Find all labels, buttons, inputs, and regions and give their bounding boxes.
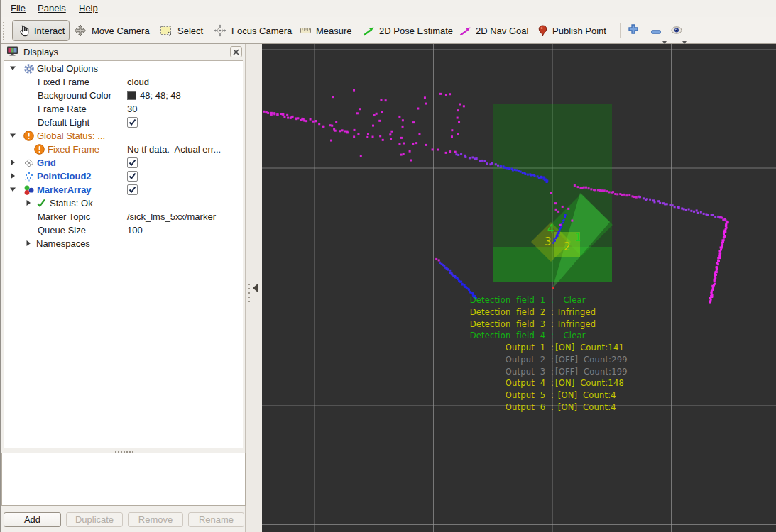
collapse-panel-arrow-icon[interactable]	[253, 282, 258, 295]
tool-label: Measure	[316, 26, 352, 36]
move-camera-icon	[74, 24, 87, 37]
expander-right-icon[interactable]	[9, 159, 16, 166]
menu-bar: FilePanelsHelp	[1, 0, 776, 17]
menu-help[interactable]: Help	[79, 3, 98, 13]
zoom-out-button[interactable]	[651, 24, 661, 37]
tool-label: 2D Pose Estimate	[379, 26, 453, 36]
tree-row-fixed-frame[interactable]: Fixed FrameNo tf data. Actual err...	[4, 143, 243, 156]
overlay-line: Detection field 1 : Clear	[262, 295, 776, 307]
detection-overlay: Detection field 1 : ClearDetection field…	[262, 295, 776, 414]
checkbox-checked[interactable]	[127, 171, 138, 182]
tree-row-markerarray[interactable]: MarkerArray	[4, 183, 243, 196]
rename-button[interactable]: Rename	[188, 512, 244, 527]
value-text: /sick_lms_5xx/marker	[127, 211, 216, 222]
checkbox-checked[interactable]	[127, 117, 138, 128]
value-text: cloud	[127, 77, 149, 87]
vertical-splitter[interactable]	[246, 44, 262, 532]
expander-down-icon[interactable]	[9, 65, 16, 72]
tree-value[interactable]	[127, 171, 138, 182]
tree-label: Grid	[37, 157, 56, 168]
toolbar-separator	[620, 23, 621, 38]
viewport-canvas[interactable]: 4312	[262, 44, 776, 532]
tree-row-default-light[interactable]: Default Light	[4, 116, 243, 129]
tree-value[interactable]	[127, 184, 138, 195]
tree-label: Fixed Frame	[48, 144, 99, 155]
tree-row-pointcloud2[interactable]: PointCloud2	[4, 170, 243, 183]
tree-label: Marker Topic	[38, 211, 90, 222]
tree-value[interactable]: 100	[127, 225, 143, 235]
tree-row-queue-size[interactable]: Queue Size100	[4, 223, 243, 237]
tree-label: Namespaces	[36, 238, 90, 249]
tool-label: Publish Point	[552, 26, 606, 36]
tree-row-background-color[interactable]: Background Color48; 48; 48	[4, 89, 243, 102]
tool-measure[interactable]: Measure	[295, 20, 358, 41]
tree-value[interactable]: cloud	[127, 77, 149, 87]
tool-interact[interactable]: Interact	[12, 20, 70, 41]
3d-viewport[interactable]: 4312Detection field 1 : ClearDetection f…	[262, 44, 776, 532]
tool-label: Focus Camera	[231, 26, 292, 36]
tool-focus-camera[interactable]: Focus Camera	[208, 20, 297, 41]
tree-value[interactable]: 48; 48; 48	[127, 90, 181, 101]
tool-label: Move Camera	[92, 26, 150, 36]
pose-estimate-icon	[363, 26, 374, 36]
tree-row-global-status-[interactable]: Global Status: ...	[4, 129, 243, 143]
publish-point-icon	[538, 25, 547, 37]
tree-value[interactable]	[127, 117, 138, 128]
menu-file[interactable]: File	[11, 3, 26, 13]
nav-goal-icon	[459, 26, 471, 36]
displays-panel: Displays Global OptionsFixed FramecloudB…	[1, 44, 246, 532]
tree-label: Default Light	[38, 117, 89, 128]
close-panel-button[interactable]	[230, 46, 242, 57]
duplicate-button[interactable]: Duplicate	[66, 512, 123, 527]
tool-move-camera[interactable]: Move Camera	[68, 20, 155, 41]
tool-label: 2D Nav Goal	[476, 26, 528, 36]
visibility-button[interactable]	[671, 24, 682, 37]
tool-publish-point[interactable]: Publish Point	[532, 20, 612, 41]
overlay-line: Output 2 :[OFF] Count:299	[262, 355, 776, 367]
displays-panel-header: Displays	[1, 44, 245, 60]
tree-row-grid[interactable]: Grid	[4, 156, 243, 170]
overlay-line: Output 4 :[ON] Count:148	[262, 378, 776, 390]
interact-hand-icon	[17, 24, 30, 37]
tree-row-namespaces[interactable]: Namespaces	[4, 237, 243, 250]
add-button[interactable]: Add	[4, 512, 61, 527]
expander-down-icon[interactable]	[9, 186, 16, 193]
menu-panels[interactable]: Panels	[38, 3, 66, 13]
tree-value[interactable]: 30	[127, 104, 137, 114]
tree-label: Background Color	[38, 90, 111, 101]
tool-label: Select	[177, 26, 203, 36]
tool-2d-nav-goal[interactable]: 2D Nav Goal	[454, 20, 534, 41]
color-swatch	[127, 91, 136, 100]
overlay-line: Output 1 :[ON] Count:141	[262, 343, 776, 355]
checkbox-checked[interactable]	[127, 184, 138, 195]
measure-icon	[300, 27, 311, 34]
tree-label: Global Options	[37, 63, 98, 74]
panel-buttons: AddDuplicateRemoveRename	[1, 511, 246, 528]
expander-right-icon[interactable]	[9, 172, 16, 179]
tool-select[interactable]: Select	[154, 20, 209, 41]
remove-button[interactable]: Remove	[128, 512, 183, 527]
tree-value[interactable]: No tf data. Actual err...	[127, 144, 221, 155]
markerarray-icon	[23, 184, 35, 196]
tool-2d-pose-estimate[interactable]: 2D Pose Estimate	[357, 20, 459, 41]
expander-right-icon[interactable]	[25, 199, 32, 206]
value-text: 30	[127, 104, 137, 114]
tree-label: MarkerArray	[37, 184, 92, 195]
expander-right-icon[interactable]	[25, 240, 32, 247]
tree-value[interactable]	[127, 157, 138, 168]
tree-row-frame-rate[interactable]: Frame Rate30	[4, 102, 243, 116]
svg-text:1: 1	[574, 231, 581, 244]
checkbox-checked[interactable]	[127, 157, 138, 168]
tree-row-global-options[interactable]: Global Options	[4, 62, 243, 75]
overlay-line: Detection field 3 : Infringed	[262, 319, 776, 331]
zoom-in-button[interactable]	[628, 24, 638, 37]
value-text: 100	[127, 225, 143, 235]
tree-row-fixed-frame[interactable]: Fixed Framecloud	[4, 75, 243, 89]
overlay-line: Detection field 2 : Infringed	[262, 307, 776, 319]
tree-row-status-ok[interactable]: Status: Ok	[4, 196, 243, 210]
tool-label: Interact	[34, 26, 65, 36]
expander-down-icon[interactable]	[9, 132, 16, 139]
toolbar-handle[interactable]	[2, 21, 6, 40]
tree-value[interactable]: /sick_lms_5xx/marker	[127, 211, 216, 222]
tree-row-marker-topic[interactable]: Marker Topic/sick_lms_5xx/marker	[4, 210, 243, 223]
